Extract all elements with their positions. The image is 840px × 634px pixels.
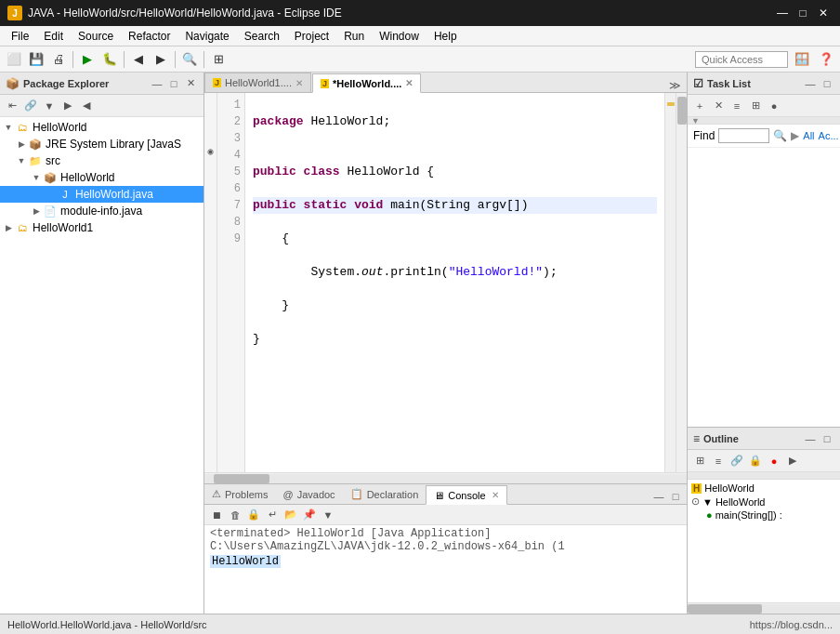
minimize-console-button[interactable]: — [651,489,666,504]
run-button[interactable]: ▶ [77,49,98,70]
tree-toggle[interactable]: ▶ [15,138,28,151]
tree-item-helloworld1-project[interactable]: ▶ 🗂 HelloWorld1 [0,219,203,236]
tab-console[interactable]: 🖥 Console ✕ [426,485,506,505]
tree-label: HelloWorld [60,171,114,184]
tree-toggle[interactable]: ▼ [2,121,15,134]
menu-help[interactable]: Help [427,28,465,45]
forward-history-button[interactable]: ▶ [59,98,76,114]
outline-btn4[interactable]: 🔒 [747,453,764,469]
minimize-panel-button[interactable]: — [150,76,164,91]
print-button[interactable]: 🖨 [48,49,69,70]
outline-btn1[interactable]: ⊞ [691,453,708,469]
tab-close-button[interactable]: ✕ [295,78,303,88]
minimize-outline-button[interactable]: — [803,431,818,446]
search-task-icon[interactable]: 🔍 [773,129,787,142]
tree-toggle[interactable]: ▼ [30,171,43,184]
perspectives-button[interactable]: 🪟 [792,49,812,70]
maximize-outline-button[interactable]: □ [820,431,834,446]
maximize-panel-button[interactable]: □ [166,76,181,91]
menu-project[interactable]: Project [287,28,336,45]
collapse-arrow[interactable]: ▼ [691,117,700,125]
new-task-button[interactable]: + [691,98,708,114]
open-perspective[interactable]: ⊞ [208,49,229,70]
outline-item-main[interactable]: ● main(String[]) : [691,509,836,522]
minimize-tasklist-button[interactable]: — [803,76,818,91]
close-panel-button[interactable]: ✕ [183,76,198,91]
help-icon-button[interactable]: ❓ [816,49,836,70]
tree-item-module-info[interactable]: ▶ 📄 module-info.java [0,203,203,219]
menu-window[interactable]: Window [372,28,427,45]
view-menu-button[interactable]: ▼ [41,98,58,114]
tab-problems[interactable]: ⚠ Problems [204,484,275,504]
menu-refactor[interactable]: Refactor [121,28,177,45]
close-button[interactable]: ✕ [814,4,833,22]
task-view-btn2[interactable]: ⊞ [747,98,764,114]
code-editor[interactable]: ◉ 1 2 3 4 5 6 7 8 9 package HelloWorld; [204,93,687,472]
collapse-all-button[interactable]: ⇤ [4,98,20,114]
quick-access-input[interactable] [695,51,788,68]
forward-button[interactable]: ▶ [151,49,171,70]
all-label[interactable]: All [803,130,814,141]
word-wrap-button[interactable]: ↵ [264,507,281,523]
package-explorer-panel: 📦 Package Explorer — □ ✕ ⇤ 🔗 ▼ ▶ ◀ ▼ 🗂 H… [0,73,204,614]
tree-item-helloworld-project[interactable]: ▼ 🗂 HelloWorld [0,119,203,136]
delete-task-button[interactable]: ✕ [710,98,727,114]
menu-search[interactable]: Search [237,28,287,45]
search-button[interactable]: 🔍 [179,49,200,70]
tree-item-src[interactable]: ▼ 📁 src [0,152,203,169]
task-view-btn1[interactable]: ≡ [728,98,745,114]
menu-source[interactable]: Source [71,28,121,45]
outline-btn3[interactable]: 🔗 [728,453,745,469]
terminate-button[interactable]: ⏹ [208,507,225,523]
menu-edit[interactable]: Edit [36,28,71,45]
tree-toggle[interactable]: ▼ [15,154,28,167]
outline-btn2[interactable]: ≡ [710,453,727,469]
link-editor-button[interactable]: 🔗 [22,98,39,114]
package-explorer-toolbar: ⇤ 🔗 ▼ ▶ ◀ [0,95,203,117]
tab-close-button[interactable]: ✕ [405,78,413,88]
minimize-button[interactable]: — [773,4,792,22]
outline-scroll-thumb[interactable] [688,604,762,614]
horizontal-scroll-thumb[interactable] [214,474,269,483]
clear-console-button[interactable]: 🗑 [227,507,243,523]
pin-button[interactable]: 📌 [301,507,318,523]
tree-item-helloworld-pkg[interactable]: ▼ 📦 HelloWorld [0,169,203,186]
code-content[interactable]: package HelloWorld; public class HelloWo… [245,93,664,472]
tree-item-jre[interactable]: ▶ 📦 JRE System Library [JavaS [0,136,203,152]
scroll-lock-button[interactable]: 🔒 [245,507,262,523]
tab-declaration[interactable]: 📋 Declaration [343,484,427,504]
open-file-button[interactable]: 📂 [282,507,299,523]
outline-item-helloworld-class[interactable]: H HelloWorld [691,482,836,495]
ac-label[interactable]: Ac... [819,130,839,141]
tab-overflow-button[interactable]: ≫ [663,79,687,92]
horizontal-scroll-track[interactable] [204,474,687,483]
back-history-button[interactable]: ◀ [78,98,95,114]
maximize-console-button[interactable]: □ [668,489,683,504]
vertical-scrollbar[interactable] [676,93,687,472]
scrollbar-thumb[interactable] [677,97,687,125]
maximize-button[interactable]: □ [794,4,812,22]
close-console-button[interactable]: ✕ [492,490,499,500]
tree-toggle[interactable]: ▶ [2,221,15,234]
outline-btn5[interactable]: ● [766,453,782,469]
outline-btn6[interactable]: ▶ [784,453,801,469]
menu-file[interactable]: File [4,28,36,45]
tab-javadoc[interactable]: @ Javadoc [275,484,342,504]
outline-h-scroll[interactable] [688,604,840,614]
outline-item-helloworld-impl[interactable]: ⊙ ▼ HelloWorld [691,495,836,509]
tree-item-helloworld-java[interactable]: J HelloWorld.java [0,186,203,203]
tree-toggle[interactable]: ▶ [30,205,43,218]
debug-button[interactable]: 🐛 [99,49,120,70]
new-button[interactable]: ⬜ [4,49,24,70]
maximize-tasklist-button[interactable]: □ [820,76,834,91]
task-view-btn3[interactable]: ● [766,98,782,114]
task-find-input[interactable] [718,128,769,143]
menu-run[interactable]: Run [336,28,372,45]
dropdown-button[interactable]: ▼ [320,507,336,523]
menu-navigate[interactable]: Navigate [177,28,236,45]
task-list-title: Task List [707,78,751,89]
save-button[interactable]: 💾 [26,49,46,70]
tab-helloworld[interactable]: J *HelloWorld.... ✕ [312,73,421,93]
back-button[interactable]: ◀ [128,49,149,70]
tab-helloworld1[interactable]: J HelloWorld1.... ✕ [204,73,311,92]
